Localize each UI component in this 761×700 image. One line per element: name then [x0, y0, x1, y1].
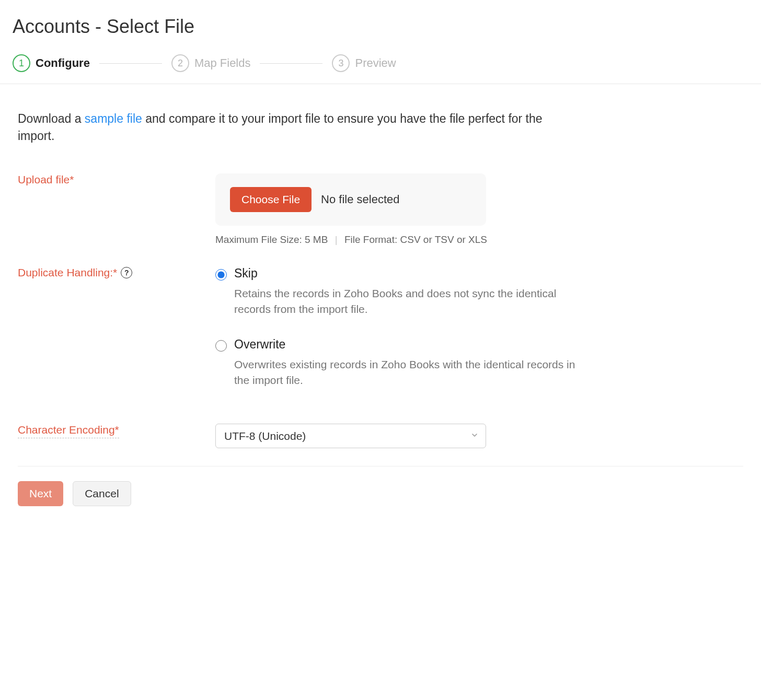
help-icon[interactable]: ?	[121, 267, 132, 278]
step-connector	[99, 63, 162, 64]
radio-option-skip[interactable]: Skip Retains the records in Zoho Books a…	[215, 266, 597, 318]
step-map-fields: 2 Map Fields	[171, 54, 251, 72]
radio-overwrite-desc: Overwrites existing records in Zoho Book…	[234, 357, 590, 389]
page-title: Accounts - Select File	[13, 16, 748, 38]
step-label: Map Fields	[194, 56, 251, 70]
choose-file-button[interactable]: Choose File	[230, 187, 312, 212]
step-indicator: 1 Configure 2 Map Fields 3 Preview	[13, 54, 748, 72]
duplicate-handling-group: Skip Retains the records in Zoho Books a…	[215, 266, 597, 389]
step-preview: 3 Preview	[332, 54, 396, 72]
radio-overwrite[interactable]	[215, 340, 227, 352]
character-encoding-label: Character Encoding*	[18, 424, 119, 438]
file-selected-status: No file selected	[321, 193, 399, 206]
hint-separator: |	[335, 234, 338, 245]
upload-hint: Maximum File Size: 5 MB | File Format: C…	[215, 234, 597, 246]
radio-overwrite-title: Overwrite	[234, 337, 597, 352]
cancel-button[interactable]: Cancel	[73, 481, 131, 506]
radio-option-overwrite[interactable]: Overwrite Overwrites existing records in…	[215, 337, 597, 389]
step-label: Preview	[355, 56, 396, 70]
intro-prefix: Download a	[18, 112, 85, 125]
sample-file-link[interactable]: sample file	[85, 112, 142, 125]
step-configure: 1 Configure	[13, 54, 90, 72]
footer-buttons: Next Cancel	[18, 481, 743, 506]
upload-file-label: Upload file*	[18, 173, 74, 185]
step-connector	[260, 63, 322, 64]
next-button[interactable]: Next	[18, 481, 63, 506]
step-number: 3	[332, 54, 350, 72]
radio-skip-title: Skip	[234, 266, 597, 281]
radio-skip[interactable]	[215, 269, 227, 281]
upload-box: Choose File No file selected	[215, 173, 486, 226]
divider	[18, 466, 743, 466]
step-number: 1	[13, 54, 30, 72]
intro-text: Download a sample file and compare it to…	[18, 110, 572, 145]
character-encoding-select[interactable]: UTF-8 (Unicode)	[215, 424, 486, 448]
step-label: Configure	[36, 56, 90, 70]
max-file-size: Maximum File Size: 5 MB	[215, 234, 328, 245]
radio-skip-desc: Retains the records in Zoho Books and do…	[234, 286, 590, 318]
step-number: 2	[171, 54, 189, 72]
file-format: File Format: CSV or TSV or XLS	[344, 234, 487, 245]
duplicate-handling-label: Duplicate Handling:*	[18, 266, 117, 279]
